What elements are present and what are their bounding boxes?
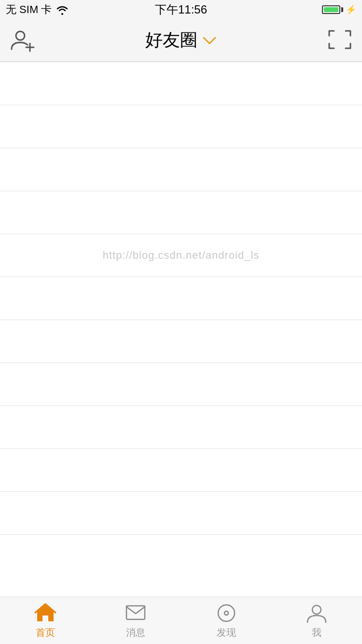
svg-point-4	[218, 605, 235, 621]
list-item[interactable]	[0, 191, 362, 234]
nav-bar: 好友圈	[0, 19, 362, 62]
add-friend-icon	[10, 28, 35, 53]
discover-icon	[215, 602, 237, 624]
home-icon	[34, 602, 56, 624]
nav-center: 好友圈	[145, 28, 217, 52]
list-item[interactable]	[0, 449, 362, 491]
tab-bar: 首页 消息 发现 我	[0, 597, 362, 644]
nav-right	[314, 29, 352, 52]
svg-point-5	[224, 611, 228, 615]
tab-messages-label: 消息	[126, 626, 145, 639]
me-icon	[306, 602, 328, 624]
tab-discover-label: 发现	[217, 626, 236, 639]
svg-rect-3	[126, 606, 145, 619]
tab-home[interactable]: 首页	[0, 597, 91, 644]
list-item[interactable]	[0, 105, 362, 148]
battery-tip	[341, 7, 343, 12]
svg-point-0	[16, 31, 25, 40]
watermark-section: http://blog.csdn.net/android_ls	[0, 234, 362, 277]
list-item[interactable]	[0, 62, 362, 105]
list-item[interactable]	[0, 492, 362, 534]
list-item[interactable]	[0, 148, 362, 191]
list-item[interactable]	[0, 277, 362, 320]
nav-title: 好友圈	[145, 28, 197, 52]
tab-home-label: 首页	[36, 626, 55, 639]
status-time: 下午11:56	[155, 2, 207, 17]
list-item[interactable]	[0, 320, 362, 363]
status-right: ⚡	[322, 4, 356, 15]
chevron-down-icon[interactable]	[202, 36, 217, 45]
tab-me[interactable]: 我	[272, 597, 362, 644]
expand-button[interactable]	[327, 29, 352, 52]
tab-messages[interactable]: 消息	[91, 597, 181, 644]
tab-discover[interactable]: 发现	[181, 597, 272, 644]
battery-bolt-icon: ⚡	[346, 4, 356, 15]
status-bar: 无 SIM 卡 下午11:56 ⚡	[0, 0, 362, 19]
content-area: http://blog.csdn.net/android_ls	[0, 62, 362, 597]
battery-fill	[324, 7, 338, 12]
tab-me-label: 我	[312, 626, 321, 639]
watermark-text: http://blog.csdn.net/android_ls	[103, 249, 260, 262]
status-left: 无 SIM 卡	[6, 2, 69, 17]
nav-left	[10, 28, 48, 53]
wifi-icon	[56, 4, 69, 15]
list-item[interactable]	[0, 363, 362, 406]
divider-11	[0, 534, 362, 535]
messages-icon	[125, 602, 147, 624]
battery-icon: ⚡	[322, 4, 356, 15]
list-item[interactable]	[0, 406, 362, 448]
svg-point-6	[312, 605, 321, 614]
expand-icon	[327, 29, 352, 50]
add-friend-button[interactable]	[10, 28, 35, 53]
no-sim-text: 无 SIM 卡	[6, 2, 52, 17]
